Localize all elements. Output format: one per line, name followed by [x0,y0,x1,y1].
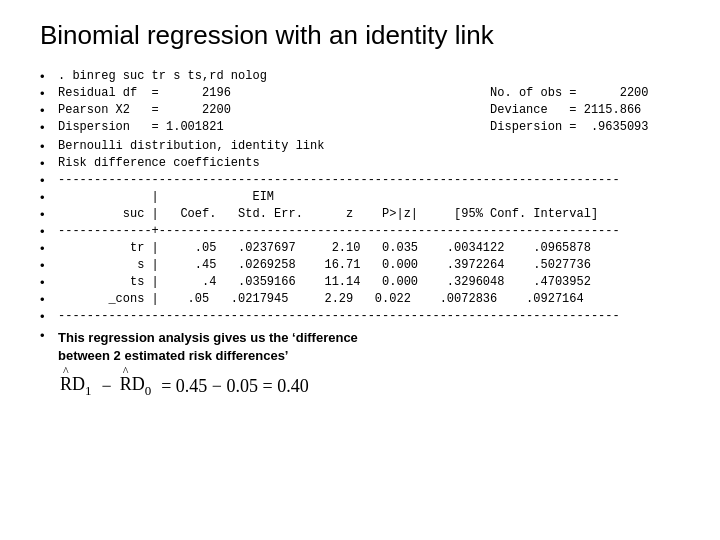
stats-pearson: Pearson X2 = 2200 Deviance = 2115.866 [58,103,641,117]
table-header-eim: | EIM [58,190,274,204]
math-rd1-hat: ^ RD1 [60,374,92,399]
bullet-row-9: • suc | Coef. Std. Err. z P>|z| [95% Con… [40,207,680,222]
bullet-4: • [40,120,58,135]
table-row-cons: _cons | .05 .0217945 2.29 0.022 .0072836… [58,292,584,306]
bullet-2: • [40,86,58,101]
stats-residual: Residual df = 2196 No. of obs = 2200 [58,86,649,100]
bullet-8: • [40,190,58,205]
bullet-11: • [40,241,58,256]
math-row: ^ RD1 − ^ RD0 = 0.45 − 0.05 = 0.40 [60,374,680,399]
bullet-6: • [40,156,58,171]
math-rd0-hat: ^ RD0 [120,374,152,399]
conclusion-line2: between 2 estimated risk differences’ [58,348,288,363]
math-minus: − [102,376,112,397]
bullet-row-5: • Bernoulli distribution, identity link [40,139,680,154]
bullet-row-14: • _cons | .05 .0217945 2.29 0.022 .00728… [40,292,680,307]
bullet-1: • [40,69,58,84]
bullet-13: • [40,275,58,290]
bullet-row-11: • tr | .05 .0237697 2.10 0.035 .0034122 … [40,241,680,256]
bullet-row-6: • Risk difference coefficients [40,156,680,171]
bullet-row-15: • --------------------------------------… [40,309,680,324]
bullet-15: • [40,309,58,324]
bullet-row-1: • . binreg suc tr s ts,rd nolog [40,69,680,84]
table-sep-3: ----------------------------------------… [58,309,620,323]
bullet-5: • [40,139,58,154]
command-line: . binreg suc tr s ts,rd nolog [58,69,267,83]
conclusion-line1: This regression analysis gives us the ‘d… [58,330,358,345]
bullet-3: • [40,103,58,118]
table-row-ts: ts | .4 .0359166 11.14 0.000 .3296048 .4… [58,275,591,289]
math-equation-section: ^ RD1 − ^ RD0 = 0.45 − 0.05 = 0.40 [60,374,680,399]
bullet-14: • [40,292,58,307]
page: Binomial regression with an identity lin… [0,0,720,540]
bullet-12: • [40,258,58,273]
bullet-16: • [40,328,58,343]
table-row-s: s | .45 .0269258 16.71 0.000 .3972264 .5… [58,258,591,272]
page-title: Binomial regression with an identity lin… [40,20,680,51]
math-equals: = 0.45 − 0.05 = 0.40 [161,376,308,397]
bullet-row-7: • --------------------------------------… [40,173,680,188]
table-row-tr: tr | .05 .0237697 2.10 0.035 .0034122 .0… [58,241,591,255]
bullet-row-3: • Pearson X2 = 2200 Deviance = 2115.866 [40,103,680,118]
stats-dispersion: Dispersion = 1.001821 Dispersion = .9635… [58,120,649,134]
table-sep-2: -------------+--------------------------… [58,224,620,238]
bullet-row-4: • Dispersion = 1.001821 Dispersion = .96… [40,120,680,135]
bullet-row-10: • -------------+------------------------… [40,224,680,239]
table-sep-1: ----------------------------------------… [58,173,620,187]
bullet-row-2: • Residual df = 2196 No. of obs = 2200 [40,86,680,101]
bullet-row-13: • ts | .4 .0359166 11.14 0.000 .3296048 … [40,275,680,290]
bullet-row-12: • s | .45 .0269258 16.71 0.000 .3972264 … [40,258,680,273]
bullet-7: • [40,173,58,188]
bullet-9: • [40,207,58,222]
risk-diff-label: Risk difference coefficients [58,156,260,170]
bullet-row-16: • This regression analysis gives us the … [40,328,680,364]
bullet-10: • [40,224,58,239]
bullet-row-8: • | EIM [40,190,680,205]
conclusion-text: This regression analysis gives us the ‘d… [58,328,358,364]
dist-label: Bernoulli distribution, identity link [58,139,324,153]
table-header-cols: suc | Coef. Std. Err. z P>|z| [95% Conf.… [58,207,598,221]
